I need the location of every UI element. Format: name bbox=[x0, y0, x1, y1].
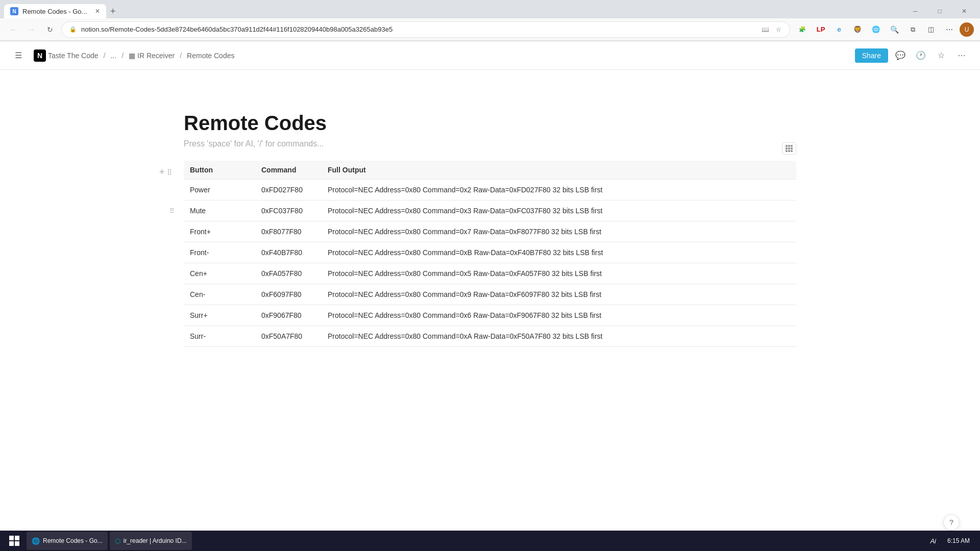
cell-button: Power bbox=[184, 180, 255, 201]
favorite-button[interactable]: ☆ bbox=[933, 47, 949, 64]
share-button[interactable]: Share bbox=[855, 48, 888, 63]
taskbar-ai-label: Ai bbox=[927, 536, 939, 546]
cell-button: Cen+ bbox=[184, 263, 255, 284]
brave-icon[interactable]: 🦁 bbox=[849, 21, 866, 38]
page-title: Remote Codes bbox=[184, 111, 796, 135]
browser-chrome: N Remote Codes - Go... ✕ + ─ □ ✕ ← → ↻ 🔒… bbox=[0, 0, 980, 41]
star-icon[interactable]: ☆ bbox=[773, 24, 783, 35]
cell-fulloutput: Protocol=NEC Address=0x80 Command=0xA Ra… bbox=[322, 326, 796, 347]
row-drag-handle[interactable]: ⠿ bbox=[169, 207, 175, 215]
chrome-icon[interactable]: 🌐 bbox=[868, 21, 884, 38]
cell-command: 0xFA057F80 bbox=[255, 263, 322, 284]
breadcrumb-sep-1: / bbox=[104, 52, 106, 60]
comment-icon: 💬 bbox=[895, 51, 905, 60]
taskbar-item-arduino[interactable]: ⬡ ir_reader | Arduino ID... bbox=[110, 532, 192, 550]
table-row: Surr+ 0xF9067F80 Protocol=NEC Address=0x… bbox=[184, 305, 796, 326]
browser-tab-active[interactable]: N Remote Codes - Go... ✕ bbox=[4, 4, 106, 18]
table-row: Power 0xFD027F80 Protocol=NEC Address=0x… bbox=[184, 180, 796, 201]
comment-button[interactable]: 💬 bbox=[892, 47, 909, 64]
taskbar: 🌐 Remote Codes - Go... ⬡ ir_reader | Ard… bbox=[0, 531, 980, 551]
more-icon: ⋯ bbox=[958, 51, 966, 60]
cell-fulloutput: Protocol=NEC Address=0x80 Command=0x9 Ra… bbox=[322, 284, 796, 305]
cell-fulloutput: Protocol=NEC Address=0x80 Command=0x3 Ra… bbox=[322, 201, 796, 221]
history-button[interactable]: 🕐 bbox=[913, 47, 929, 64]
taskbar-item-label-remote: Remote Codes - Go... bbox=[43, 537, 103, 544]
cell-command: 0xF50A7F80 bbox=[255, 326, 322, 347]
help-button[interactable]: ? bbox=[943, 514, 960, 531]
search-icon[interactable]: 🔍 bbox=[886, 21, 902, 38]
maximize-button[interactable]: □ bbox=[928, 2, 951, 20]
cell-command: 0xFC037F80 bbox=[255, 201, 322, 221]
cell-button: Cen- bbox=[184, 284, 255, 305]
notion-logo: N bbox=[34, 49, 46, 62]
breadcrumb-remote-codes-label: Remote Codes bbox=[187, 52, 234, 60]
taskbar-item-label-arduino: ir_reader | Arduino ID... bbox=[124, 537, 187, 544]
new-tab-button[interactable]: + bbox=[106, 6, 120, 17]
hamburger-icon: ☰ bbox=[15, 51, 22, 60]
breadcrumb-item-ellipsis[interactable]: ... bbox=[107, 51, 119, 61]
taskbar-item-icon-remote: 🌐 bbox=[32, 537, 40, 545]
table-row: Surr- 0xF50A7F80 Protocol=NEC Address=0x… bbox=[184, 326, 796, 347]
close-button[interactable]: ✕ bbox=[952, 2, 976, 20]
edge-icon[interactable]: e bbox=[831, 21, 847, 38]
lastpass-icon[interactable]: LP bbox=[813, 21, 829, 38]
reload-button[interactable]: ↻ bbox=[43, 22, 57, 37]
page-hint: Press 'space' for AI, '/' for commands..… bbox=[184, 139, 796, 148]
window-controls: ─ □ ✕ bbox=[899, 2, 980, 20]
table-header-row: Button Command Full Output bbox=[184, 161, 796, 180]
forward-button[interactable]: → bbox=[24, 22, 39, 37]
taskbar-clock: 6:15 AM bbox=[941, 537, 976, 544]
add-row-icon[interactable]: + bbox=[159, 167, 165, 178]
back-button[interactable]: ← bbox=[6, 22, 20, 37]
breadcrumb-sep-3: / bbox=[180, 52, 182, 60]
table-icon: ▦ bbox=[129, 52, 135, 60]
tab-close-button[interactable]: ✕ bbox=[95, 8, 100, 15]
column-header-command: Command bbox=[255, 161, 322, 180]
extensions-button[interactable]: 🧩 bbox=[794, 21, 811, 38]
breadcrumb-ir-receiver-label: IR Receiver bbox=[137, 52, 175, 60]
cell-command: 0xF9067F80 bbox=[255, 305, 322, 326]
table-row: Cen+ 0xFA057F80 Protocol=NEC Address=0x8… bbox=[184, 263, 796, 284]
cell-fulloutput: Protocol=NEC Address=0x80 Command=0x6 Ra… bbox=[322, 305, 796, 326]
profile-button[interactable]: U bbox=[960, 22, 974, 37]
table-row: Front- 0xF40B7F80 Protocol=NEC Address=0… bbox=[184, 242, 796, 263]
address-bar[interactable]: 🔒 notion.so/Remote-Codes-5dd3e8724be6460… bbox=[61, 21, 790, 38]
breadcrumb-item-ir-receiver[interactable]: ▦ IR Receiver bbox=[126, 51, 178, 61]
star-icon: ☆ bbox=[938, 51, 945, 60]
read-icon[interactable]: 📖 bbox=[760, 24, 770, 35]
address-url: notion.so/Remote-Codes-5dd3e8724be6460da… bbox=[81, 26, 757, 33]
cell-button: Surr+ bbox=[184, 305, 255, 326]
history-icon: 🕐 bbox=[916, 51, 926, 60]
taskbar-item-remote-codes[interactable]: 🌐 Remote Codes - Go... bbox=[27, 532, 108, 550]
collections-icon[interactable]: ⧉ bbox=[904, 21, 921, 38]
table-options-icon[interactable] bbox=[786, 145, 793, 152]
cell-button: Surr- bbox=[184, 326, 255, 347]
breadcrumb-item-workspace[interactable]: N Taste The Code bbox=[31, 48, 102, 63]
minimize-button[interactable]: ─ bbox=[903, 2, 927, 20]
start-button[interactable] bbox=[4, 532, 24, 550]
notion-header: ☰ N Taste The Code / ... / ▦ IR Receiver… bbox=[0, 41, 980, 70]
breadcrumb: N Taste The Code / ... / ▦ IR Receiver /… bbox=[31, 48, 855, 63]
breadcrumb-item-remote-codes[interactable]: Remote Codes bbox=[184, 51, 237, 61]
drag-handle-icon[interactable]: ⠿ bbox=[167, 168, 172, 177]
tab-title: Remote Codes - Go... bbox=[22, 8, 91, 15]
breadcrumb-workspace-label: Taste The Code bbox=[48, 52, 99, 60]
column-header-button: Button bbox=[184, 161, 255, 180]
cell-button: Front- bbox=[184, 242, 255, 263]
more-tools-button[interactable]: ⋯ bbox=[941, 21, 958, 38]
page-content: Remote Codes Press 'space' for AI, '/' f… bbox=[0, 70, 980, 367]
taskbar-item-icon-arduino: ⬡ bbox=[115, 537, 120, 545]
tab-favicon: N bbox=[10, 7, 18, 15]
address-bar-icons: 📖 ☆ bbox=[760, 24, 783, 35]
cell-command: 0xF6097F80 bbox=[255, 284, 322, 305]
table-wrapper: + ⠿ Button Command Full Output Power 0xF… bbox=[184, 161, 796, 347]
cell-command: 0xFD027F80 bbox=[255, 180, 322, 201]
notion-app: ☰ N Taste The Code / ... / ▦ IR Receiver… bbox=[0, 41, 980, 531]
cell-button: Front+ bbox=[184, 221, 255, 242]
sidebar-toggle-button[interactable]: ☰ bbox=[10, 47, 27, 64]
sidebar-icon[interactable]: ◫ bbox=[923, 21, 939, 38]
cell-fulloutput: Protocol=NEC Address=0x80 Command=0xB Ra… bbox=[322, 242, 796, 263]
cell-command: 0xF8077F80 bbox=[255, 221, 322, 242]
more-options-button[interactable]: ⋯ bbox=[953, 47, 970, 64]
cell-fulloutput: Protocol=NEC Address=0x80 Command=0x2 Ra… bbox=[322, 180, 796, 201]
